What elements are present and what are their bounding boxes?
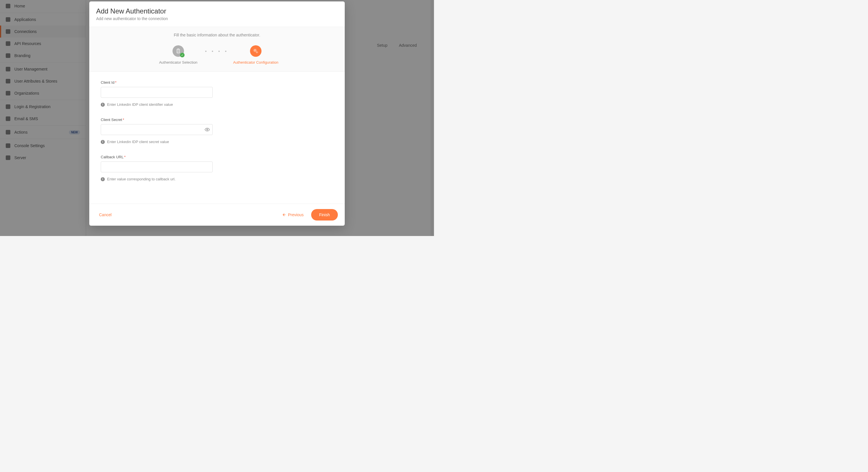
step-authenticator-configuration: Authenticator Configuration [230,45,282,65]
svg-point-7 [207,129,208,131]
previous-button[interactable]: Previous [279,210,306,220]
svg-point-5 [254,49,256,51]
client-id-input[interactable] [101,87,213,98]
step-authenticator-selection: ✓ Authenticator Selection [152,45,204,65]
step-circle-done: ✓ [173,45,184,57]
client-id-hint: i Enter Linkedin IDP client identifier v… [101,102,333,107]
gears-icon [253,48,259,54]
modal-body: Client Id* i Enter Linkedin IDP client i… [89,72,345,204]
form-group-client-secret: Client Secret* i Enter Linkedin IDP clie… [101,117,333,144]
modal-overlay: Add New Authenticator Add new authentica… [0,0,434,236]
info-icon: i [101,177,105,181]
callback-url-hint: i Enter value corresponding to callback … [101,177,333,181]
step-label: Authenticator Configuration [233,60,278,65]
step-connector: ■ ■ ■ ■ [205,45,229,57]
client-secret-input[interactable] [101,124,213,135]
step-circle-active [250,45,261,57]
callback-url-input[interactable] [101,162,213,172]
arrow-left-icon [282,213,286,217]
check-icon: ✓ [180,53,185,57]
form-group-client-id: Client Id* i Enter Linkedin IDP client i… [101,80,333,107]
stepper: ✓ Authenticator Selection ■ ■ ■ ■ A [96,45,338,65]
finish-button[interactable]: Finish [311,209,338,221]
modal-footer: Cancel Previous Finish [89,204,345,226]
step-label: Authenticator Selection [159,60,197,65]
modal-subtitle: Add new authenticator to the connection [96,16,338,21]
client-secret-label: Client Secret* [101,117,333,122]
form-group-callback-url: Callback URL* i Enter value correspondin… [101,155,333,181]
required-asterisk: * [124,155,125,159]
info-icon: i [101,103,105,107]
modal-title: Add New Authenticator [96,7,338,15]
stepper-hint: Fill the basic information about the aut… [96,33,338,37]
clipboard-icon [176,48,181,54]
cancel-button[interactable]: Cancel [96,210,115,220]
eye-icon [205,127,210,132]
toggle-visibility-button[interactable] [205,127,210,132]
required-asterisk: * [115,80,117,85]
add-authenticator-modal: Add New Authenticator Add new authentica… [89,1,345,226]
modal-header: Add New Authenticator Add new authentica… [89,1,345,27]
client-id-label: Client Id* [101,80,333,85]
required-asterisk: * [123,117,124,122]
svg-rect-0 [177,49,180,53]
callback-url-label: Callback URL* [101,155,333,159]
svg-point-6 [257,52,257,53]
stepper-section: Fill the basic information about the aut… [89,27,345,72]
svg-rect-1 [178,49,179,49]
info-icon: i [101,140,105,144]
client-secret-hint: i Enter Linkedin IDP client secret value [101,140,333,144]
